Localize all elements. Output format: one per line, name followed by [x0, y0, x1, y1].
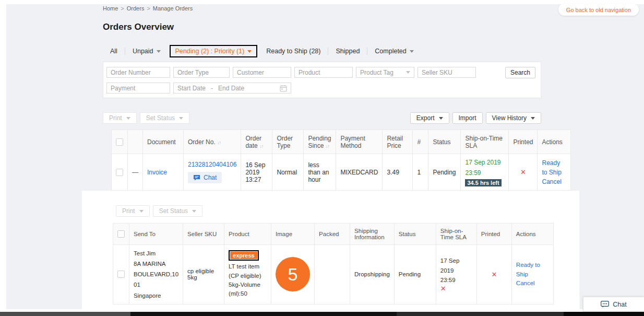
- express-tag: express: [230, 252, 257, 259]
- breadcrumb-orders[interactable]: Orders: [127, 5, 145, 11]
- search-button[interactable]: Search: [505, 67, 535, 78]
- order-number-input[interactable]: [106, 67, 170, 78]
- filter-row-2: Start Date - End Date: [106, 83, 291, 93]
- customer-input[interactable]: [233, 67, 291, 78]
- header-order-date: Order date ↓↑: [241, 130, 272, 154]
- breadcrumb-home[interactable]: Home: [103, 5, 118, 11]
- chat-widget-button[interactable]: Chat: [583, 297, 644, 312]
- header-order-type: Order Type: [272, 130, 304, 154]
- packed-cell: [315, 245, 350, 305]
- tab-completed[interactable]: Completed: [367, 45, 421, 57]
- export-toolbar: Export Import View History: [410, 112, 541, 124]
- print-button[interactable]: Print: [103, 112, 137, 124]
- tab-unpaid[interactable]: Unpaid: [125, 45, 168, 57]
- product-name-link[interactable]: LT test item (CP eligible) 5kg-Volume (m…: [229, 262, 267, 298]
- view-history-button[interactable]: View History: [486, 112, 541, 124]
- cancel-link[interactable]: Cancel: [542, 177, 566, 186]
- sub-set-status-button[interactable]: Set Status: [153, 205, 202, 217]
- sub-header-seller-sku: Seller SKU: [183, 224, 224, 245]
- quantity-cell: 1: [413, 154, 428, 191]
- header-pending-since: Pending Since ↓↑: [304, 130, 336, 154]
- chevron-down-icon: [439, 117, 443, 120]
- page-title: Orders Overview: [103, 22, 174, 32]
- payment-method-cell: MIXEDCARD: [336, 154, 383, 191]
- header-payment-method: Payment Method: [336, 130, 383, 154]
- sub-header-printed: Printed: [476, 224, 511, 245]
- payment-input[interactable]: [106, 83, 170, 93]
- collapse-row-toggle[interactable]: —: [132, 169, 138, 176]
- items-table-header: Send To Seller SKU Product Image Packed …: [113, 224, 554, 245]
- sla-date: 17 Sep 2019: [465, 158, 504, 168]
- product-image-thumbnail[interactable]: 5: [276, 257, 310, 291]
- header-sla: Ship-on-Time SLA: [461, 130, 509, 154]
- header-status: Status: [428, 130, 461, 154]
- breadcrumb-separator: >: [121, 5, 124, 11]
- product-input[interactable]: [294, 67, 353, 78]
- header-actions: Actions: [538, 130, 571, 154]
- sub-header-packed: Packed: [315, 224, 350, 245]
- sub-actions-cell: Ready to Ship Cancel: [511, 245, 553, 305]
- sub-print-button[interactable]: Print: [116, 205, 150, 217]
- sub-sla-cell: 17 Sep 2019 23:59 ✕: [436, 245, 476, 305]
- tab-all[interactable]: All: [103, 45, 125, 57]
- recipient-country: Singapore: [134, 290, 178, 301]
- sort-icon[interactable]: ↓↑: [326, 144, 329, 149]
- filter-row-1: Product Tag: [106, 67, 476, 78]
- row-checkbox[interactable]: [116, 169, 123, 176]
- header-expander: [128, 130, 143, 154]
- ready-to-ship-link[interactable]: Ready to Ship: [516, 261, 549, 279]
- order-type-input[interactable]: [173, 67, 230, 78]
- actions-cell: Ready to Ship Cancel: [538, 154, 571, 191]
- calendar-icon: [280, 85, 287, 92]
- sub-sla-time: 23:59: [440, 275, 472, 285]
- sub-printed-cell: ✕: [476, 245, 511, 305]
- cancel-link[interactable]: Cancel: [516, 279, 549, 288]
- export-button[interactable]: Export: [410, 112, 449, 124]
- chevron-down-icon: [247, 50, 252, 53]
- chat-button[interactable]: Chat: [188, 172, 222, 183]
- sub-header-send-to: Send To: [129, 224, 183, 245]
- shipping-information-cell: Dropshipping: [350, 245, 395, 305]
- seller-sku-input[interactable]: [418, 67, 476, 78]
- import-button[interactable]: Import: [452, 112, 483, 124]
- sort-icon[interactable]: ↓↑: [259, 144, 263, 149]
- tab-ready-to-ship[interactable]: Ready to Ship (28): [259, 45, 328, 57]
- set-status-button[interactable]: Set Status: [140, 112, 189, 124]
- go-back-old-navigation-button[interactable]: Go back to old navigation: [558, 4, 639, 16]
- bulk-actions-toolbar: Print Set Status: [103, 112, 189, 124]
- order-number-link[interactable]: 21328120404106: [188, 161, 236, 168]
- sub-select-all-checkbox[interactable]: [117, 230, 125, 238]
- order-type-cell: Normal: [272, 154, 304, 191]
- search-filter-panel: Product Tag Start Date - End Date Search: [103, 62, 541, 98]
- chevron-down-icon: [410, 50, 414, 53]
- retail-price-cell: 3.49: [383, 154, 413, 191]
- bottom-scrollbar[interactable]: [0, 312, 644, 316]
- sub-header-sla: Ship-on-Time SLA: [436, 224, 476, 245]
- ready-to-ship-link[interactable]: Ready to Ship: [542, 158, 566, 177]
- sub-row-checkbox[interactable]: [117, 271, 125, 278]
- header-select-all: [112, 130, 128, 154]
- breadcrumb-separator: >: [147, 5, 150, 11]
- sub-sla-date: 17 Sep 2019: [440, 256, 472, 275]
- chat-dots-icon: [601, 301, 609, 308]
- sub-header-select-all: [113, 224, 129, 245]
- sub-status-cell: Pending: [394, 245, 436, 305]
- tab-shipped[interactable]: Shipped: [328, 45, 367, 57]
- document-cell: Invoice: [143, 154, 184, 191]
- date-range-picker[interactable]: Start Date - End Date: [173, 83, 291, 93]
- orders-table: Document Order No. ↓↑ Order date ↓↑ Orde…: [111, 130, 571, 191]
- not-printed-icon: ✕: [491, 271, 497, 278]
- product-tag-select[interactable]: Product Tag: [356, 67, 414, 78]
- tab-pending-priority[interactable]: Pending (2) : Priority (1): [170, 45, 258, 57]
- sla-countdown-badge: 34.5 hrs left: [465, 179, 501, 186]
- order-item-row: Test Jim 8A MARINA BOULEVARD,10 01 Singa…: [113, 245, 554, 305]
- recipient-address: 8A MARINA BOULEVARD,10 01: [134, 259, 178, 290]
- invoice-link[interactable]: Invoice: [147, 169, 167, 176]
- sort-icon[interactable]: ↓↑: [217, 140, 221, 145]
- chevron-down-icon: [406, 71, 410, 74]
- chevron-down-icon: [179, 117, 183, 120]
- chevron-down-icon: [531, 117, 535, 120]
- chat-widget-label: Chat: [613, 301, 626, 308]
- header-document: Document: [143, 130, 184, 154]
- select-all-checkbox[interactable]: [116, 138, 123, 146]
